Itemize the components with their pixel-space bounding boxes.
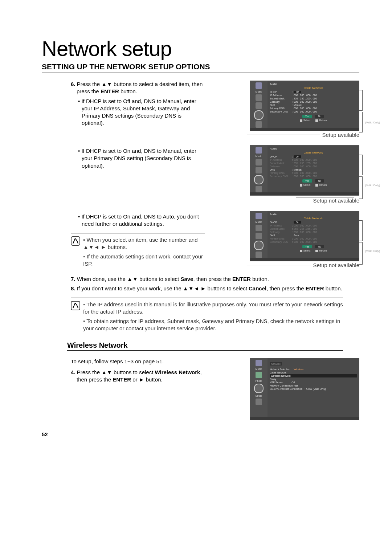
- row-net-selection: Network Selection : Wireless: [270, 368, 357, 371]
- callout-valid-only: (Valid Only): [365, 184, 380, 187]
- music-icon: [256, 360, 262, 366]
- photo-icon: [256, 159, 262, 166]
- row-proxy: Proxy: [270, 377, 357, 381]
- photo-icon: [256, 94, 262, 101]
- row-bdlive: BD-LIVE Internet Connection: Allow (Vali…: [270, 387, 357, 391]
- step-6-bullet: • If DHCP is set to Off and, DNS to Manu…: [78, 98, 205, 127]
- return-hint: Return: [315, 249, 327, 252]
- row-wireless: Wireless Network: [270, 374, 357, 377]
- gear-icon: [254, 175, 264, 184]
- page-number: 52: [42, 431, 359, 437]
- music-icon: [256, 213, 262, 219]
- note1-b: If the automatic settings don't work, co…: [83, 253, 205, 268]
- yes-button: Yes: [302, 245, 312, 248]
- note2-a: The IP address used in this manual is fo…: [83, 301, 343, 316]
- step-6: 6. Press the ▲▼ buttons to select a desi…: [71, 81, 205, 95]
- row-subnet: Subnet Mask:255 . 255 . 255 . 000: [270, 227, 357, 230]
- gear-icon: [254, 241, 264, 250]
- video-icon: [256, 167, 262, 173]
- note2-b: To obtain settings for IP address, Subne…: [83, 318, 343, 332]
- row-secondary-dns: Secondary DNS:000 . 000 . 000 . 000: [270, 110, 357, 113]
- row-secondary-dns: Secondary DNS:000 . 000 . 000 . 000: [270, 175, 357, 178]
- row-dhcp: DHCP:Off: [270, 90, 357, 94]
- block2-bullet: • If DHCP is set to On and, DNS to Manua…: [78, 147, 205, 170]
- row-secondary-dns: Secondary DNS:000 . 000 . 000 . 000: [270, 240, 357, 244]
- panel-title: Cable Network: [270, 151, 357, 154]
- row-primary-dns: Primary DNS:000 . 000 . 000 . 000: [270, 107, 357, 110]
- select-hint: Select: [300, 249, 310, 252]
- video-icon: [256, 233, 262, 239]
- row-ip: IP Address:000 . 000 . 000 . 000: [270, 224, 357, 227]
- return-hint: Return: [315, 184, 327, 187]
- screenshot-wireless: Music Photo Setup Network Network Select…: [250, 358, 359, 420]
- row-dns: DNS:Auto: [270, 234, 357, 237]
- row-primary-dns: Primary DNS:000 . 000 . 000 . 000: [270, 237, 357, 240]
- row-nct: Network Connection Test: [270, 384, 357, 387]
- caption-setup-not-available: Setup not available: [313, 197, 359, 204]
- row-gateway: Gateway:000 . 000 . 000 . 000: [270, 230, 357, 234]
- wireless-heading: Wireless Network: [67, 341, 343, 351]
- caption-setup-available: Setup available: [322, 132, 359, 138]
- row-ntp: NTP Server: Off: [270, 381, 357, 384]
- row-gateway: Gateway:000 . 000 . 000 . 000: [270, 165, 357, 168]
- row-dns: DNS:Manual: [270, 168, 357, 171]
- tab-audio: Audio: [270, 213, 357, 216]
- panel-title: Cable Network: [270, 86, 357, 90]
- tab-audio: Audio: [270, 147, 357, 150]
- home-icon: [256, 252, 262, 258]
- yes-button: Yes: [302, 115, 312, 118]
- row-ip: IP Address:000 . 000 . 000 . 000: [270, 158, 357, 162]
- callout-valid-only: (Valid Only): [365, 121, 380, 124]
- tab-network: Network: [270, 362, 282, 366]
- screenshot-dhcp-off: Music Audio Cable Network DHCP:Off IP Ad…: [250, 81, 359, 131]
- note-icon: [71, 236, 80, 246]
- music-icon: [256, 82, 262, 89]
- home-icon: [256, 399, 262, 405]
- step-7: 7. When done, use the ▲▼ buttons to sele…: [71, 275, 343, 283]
- screenshot-dhcp-on-auto: Music Audio Cable Network DHCP:On IP Add…: [250, 211, 359, 261]
- photo-icon: [256, 225, 262, 231]
- select-hint: Select: [300, 119, 310, 122]
- no-button: No: [315, 245, 324, 248]
- caption-setup-not-available-2: Setup not available: [313, 262, 359, 268]
- row-subnet: Subnet Mask:255 . 255 . 255 . 000: [270, 97, 357, 100]
- row-dns: DNS:Manual: [270, 103, 357, 107]
- row-dhcp: DHCP:On: [270, 155, 357, 158]
- music-icon: [256, 147, 262, 154]
- step-4-wireless: 4. Press the ▲▼ buttons to select Wirele…: [71, 369, 205, 384]
- row-cable: Cable Network: [270, 371, 357, 374]
- screenshot-dhcp-on-manual: Music Audio Cable Network DHCP:On IP Add…: [250, 145, 359, 196]
- page-title: Network setup: [42, 36, 359, 61]
- block3-bullet: • If DHCP is set to On and, DNS to Auto,…: [78, 213, 205, 228]
- svg-rect-0: [71, 237, 80, 245]
- gear-icon: [254, 110, 264, 120]
- gear-icon: [254, 384, 264, 393]
- svg-rect-1: [71, 301, 80, 310]
- wireless-intro: To setup, follow steps 1~3 on page 51.: [71, 358, 205, 365]
- return-hint: Return: [315, 119, 327, 122]
- panel-title: Cable Network: [270, 217, 357, 220]
- callout-valid-only: (Valid Only): [365, 249, 380, 253]
- row-subnet: Subnet Mask:255 . 255 . 255 . 000: [270, 162, 357, 165]
- row-primary-dns: Primary DNS:000 . 000 . 000 . 000: [270, 171, 357, 175]
- tab-audio: Audio: [270, 82, 357, 86]
- section-heading: SETTING UP THE NETWORK SETUP OPTIONS: [42, 62, 359, 73]
- select-hint: Select: [300, 184, 310, 187]
- step-8: 8. If you don't want to save your work, …: [71, 285, 343, 292]
- row-dhcp: DHCP:On: [270, 221, 357, 224]
- note1-a: When you select an item, use the number …: [83, 236, 205, 251]
- photo-icon: [256, 372, 262, 378]
- row-gateway: Gateway:000 . 000 . 000 . 000: [270, 100, 357, 103]
- note-icon: [71, 301, 80, 310]
- home-icon: [256, 121, 262, 128]
- home-icon: [256, 186, 262, 192]
- no-button: No: [315, 179, 324, 183]
- yes-button: Yes: [302, 179, 312, 183]
- no-button: No: [315, 115, 324, 118]
- row-ip: IP Address:000 . 000 . 000 . 000: [270, 94, 357, 97]
- video-icon: [256, 102, 262, 109]
